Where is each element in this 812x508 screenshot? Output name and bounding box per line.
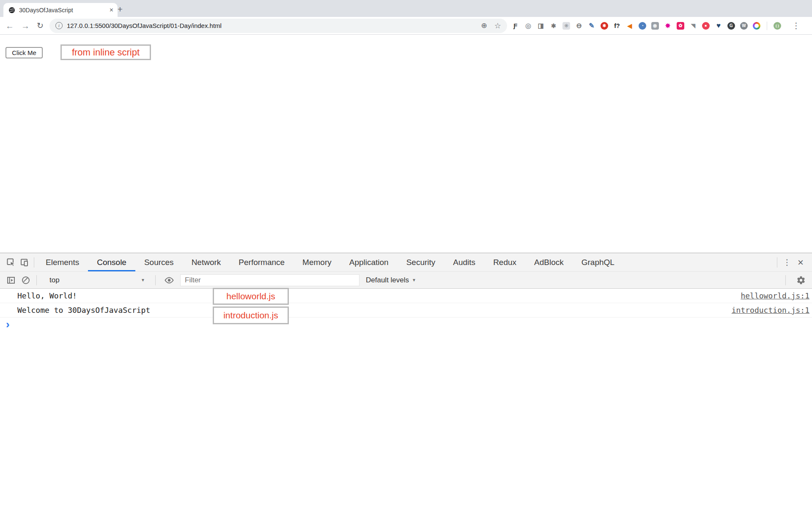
devtools-tab-redux[interactable]: Redux: [484, 253, 525, 271]
url-bar[interactable]: i 127.0.0.1:5500/30DaysOfJavaScript/01-D…: [49, 19, 507, 33]
console-prompt-chevron-icon: ›: [6, 319, 10, 330]
camera-icon[interactable]: ◉: [651, 22, 659, 30]
browser-tab[interactable]: 30DaysOfJavaScript ×: [3, 3, 118, 17]
console-output: Hello, World! helloworld.js:1 Welcome to…: [0, 289, 812, 333]
console-source-link[interactable]: introduction.js:1: [732, 306, 809, 315]
pocket-icon[interactable]: ■: [702, 22, 710, 30]
devtools-tab-network[interactable]: Network: [183, 253, 230, 271]
devtools-panel: Elements Console Sources Network Perform…: [0, 253, 812, 508]
fontface-ninja-icon[interactable]: Ƒ: [512, 22, 519, 30]
react-devtools-icon[interactable]: ✳: [562, 22, 570, 30]
search-heart-icon[interactable]: ♥: [715, 22, 722, 30]
tab-title: 30DaysOfJavaScript: [19, 7, 106, 14]
extensions-separator: [767, 22, 767, 30]
console-message-row: Hello, World! helloworld.js:1: [0, 289, 812, 303]
click-me-button[interactable]: Click Me: [5, 47, 43, 58]
globe-favicon-icon: [8, 7, 15, 14]
devtools-tab-sources[interactable]: Sources: [135, 253, 183, 271]
extensions-bar: Ƒ◎◨✱✳⊖✎✱f?◀◔◉✸✿◥■♥GW{ }: [512, 22, 781, 30]
devtools-tab-adblock[interactable]: AdBlock: [525, 253, 573, 271]
devtools-tab-console[interactable]: Console: [88, 253, 135, 271]
json-formatter-icon[interactable]: { }: [774, 22, 781, 30]
blue-orbit-icon[interactable]: ◔: [639, 22, 646, 30]
dark-reader-icon[interactable]: ◨: [537, 22, 545, 30]
atom-icon[interactable]: ◎: [524, 22, 532, 30]
devtools-tab-audits[interactable]: Audits: [444, 253, 484, 271]
zoom-page-icon[interactable]: ⊕: [481, 21, 487, 30]
url-text[interactable]: 127.0.0.1:5500/30DaysOfJavaScript/01-Day…: [67, 22, 222, 29]
color-ring-icon[interactable]: [753, 22, 760, 30]
page-viewport: Click Me from inline script: [0, 35, 812, 253]
toolbar-separator: [155, 275, 156, 285]
devtools-tab-performance[interactable]: Performance: [230, 253, 294, 271]
console-settings-gear-icon[interactable]: [794, 273, 808, 287]
pink-gear-icon[interactable]: ✿: [677, 22, 684, 30]
live-expression-eye-icon[interactable]: [162, 273, 176, 287]
ghostery-icon[interactable]: G: [727, 22, 735, 30]
log-levels-value: Default levels: [366, 276, 409, 284]
bug-icon[interactable]: ✱: [550, 22, 557, 30]
frame-context-select[interactable]: top ▼: [44, 274, 148, 286]
reload-icon[interactable]: ↻: [37, 22, 44, 30]
forward-icon[interactable]: →: [21, 22, 30, 30]
devtools-tab-elements[interactable]: Elements: [37, 253, 88, 271]
adblock-hand-icon[interactable]: ✱: [601, 22, 608, 30]
new-tab-button[interactable]: +: [114, 3, 126, 15]
log-levels-select[interactable]: Default levels ▼: [366, 276, 416, 284]
browser-menu-icon[interactable]: ⋮: [792, 21, 800, 30]
bookmark-star-icon[interactable]: ☆: [494, 21, 501, 30]
clear-console-icon[interactable]: [22, 276, 30, 284]
megaphone-icon[interactable]: ◀: [626, 22, 634, 30]
pin-icon[interactable]: ◥: [689, 22, 697, 30]
helloworld-annotation: helloworld.js: [213, 288, 289, 305]
devtools-separator: [34, 257, 34, 268]
page-info-icon[interactable]: i: [55, 22, 63, 29]
toolbar-separator: [36, 275, 37, 285]
circle-minus-icon[interactable]: ⊖: [575, 22, 583, 30]
devtools-separator: [777, 257, 777, 268]
console-message-row: Welcome to 30DaysOfJavaScript introducti…: [0, 303, 812, 318]
back-icon[interactable]: ←: [5, 22, 14, 30]
inspect-element-icon[interactable]: [4, 256, 18, 269]
devtools-close-icon[interactable]: ×: [794, 257, 807, 268]
chevron-down-icon: ▼: [141, 278, 145, 282]
devtools-tab-application[interactable]: Application: [340, 253, 398, 271]
devtools-more-icon[interactable]: ⋮: [782, 257, 793, 267]
devtools-tab-graphql[interactable]: GraphQL: [573, 253, 623, 271]
console-sidebar-toggle-icon[interactable]: [4, 273, 18, 287]
frame-context-value: top: [49, 276, 60, 284]
browser-tab-strip: 30DaysOfJavaScript × +: [0, 0, 812, 17]
devtools-tab-bar: Elements Console Sources Network Perform…: [0, 253, 812, 272]
devtools-tab-security[interactable]: Security: [398, 253, 444, 271]
inline-script-annotation: from inline script: [60, 44, 151, 60]
tab-close-icon[interactable]: ×: [110, 7, 113, 14]
toolbar-separator: [785, 275, 786, 285]
console-toolbar: top ▼ Default levels ▼: [0, 272, 812, 289]
ring-core: [754, 24, 759, 28]
whatfont-icon[interactable]: f?: [613, 22, 621, 30]
console-message-text: Welcome to 30DaysOfJavaScript: [17, 306, 150, 315]
console-message-text: Hello, World!: [17, 291, 77, 300]
browser-toolbar: ← → ↻ i 127.0.0.1:5500/30DaysOfJavaScrip…: [0, 17, 812, 35]
console-source-link[interactable]: helloworld.js:1: [741, 291, 809, 300]
console-prompt-row[interactable]: ›: [0, 318, 812, 333]
wappalyzer-icon[interactable]: W: [740, 22, 748, 30]
introduction-annotation: introduction.js: [213, 306, 289, 324]
devtools-tab-memory[interactable]: Memory: [294, 253, 340, 271]
console-filter-input[interactable]: [180, 274, 359, 286]
colorzilla-eyedropper-icon[interactable]: ✎: [588, 22, 595, 30]
graphql-network-icon[interactable]: ✸: [664, 22, 672, 30]
chevron-down-icon: ▼: [412, 278, 416, 282]
device-toolbar-icon[interactable]: [18, 256, 31, 269]
